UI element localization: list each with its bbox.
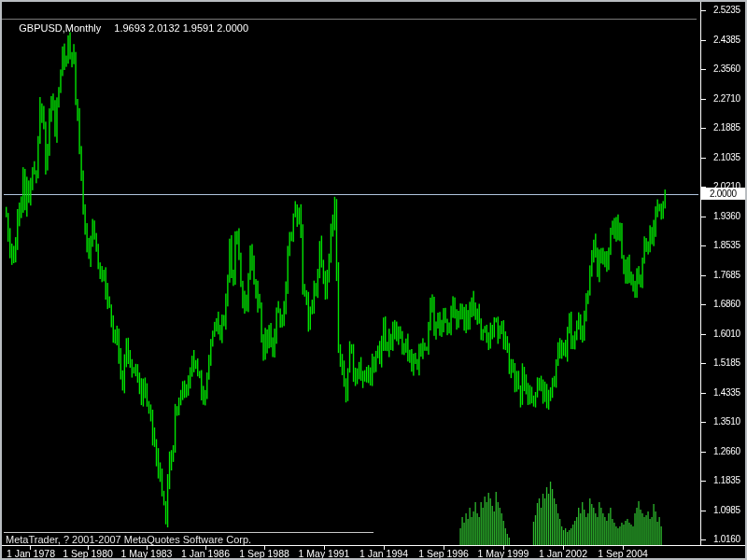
- price-chart-canvas[interactable]: [2, 2, 747, 560]
- time-scale-label: 1 Sep 1980: [63, 549, 113, 559]
- price-scale-label: 1.1835: [713, 476, 747, 485]
- price-scale-tick: [701, 158, 706, 159]
- time-scale-label: 1 Sep 1988: [239, 549, 289, 559]
- price-scale-label: 1.6010: [713, 329, 747, 339]
- price-scale-tick: [701, 304, 706, 305]
- current-price-box: 2.0000: [701, 188, 745, 200]
- price-scale-tick: [701, 99, 706, 100]
- price-scale-tick: [701, 128, 706, 129]
- chart-title-bar: GBPUSD,Monthly1.9693 2.0132 1.9591 2.000…: [2, 2, 697, 20]
- price-scale-label: 1.3510: [713, 417, 747, 427]
- price-scale-label: 1.6860: [713, 300, 747, 309]
- price-scale-tick: [701, 245, 706, 246]
- time-scale-border: [2, 545, 745, 546]
- time-scale-label: 1 Jan 2002: [539, 549, 587, 559]
- symbol-timeframe-label: GBPUSD,Monthly: [19, 22, 101, 34]
- price-scale-tick: [701, 10, 706, 11]
- price-scale-tick: [701, 511, 706, 511]
- price-scale-tick: [701, 452, 706, 453]
- price-scale-border: [700, 2, 701, 545]
- price-scale-tick: [701, 363, 706, 364]
- metatrader-chart-window: GBPUSD,Monthly1.9693 2.0132 1.9591 2.000…: [0, 0, 747, 560]
- ohlc-quote-label: 1.9693 2.0132 1.9591 2.0000: [114, 22, 248, 34]
- time-scale-label: 1 May 1999: [478, 549, 529, 559]
- price-scale-tick: [701, 539, 706, 540]
- price-scale-label: 1.9360: [713, 212, 747, 221]
- price-scale-label: 2.1885: [713, 123, 747, 133]
- copyright-box-border: [4, 532, 374, 533]
- time-scale-label: 1 Sep 1996: [418, 549, 469, 559]
- copyright-label: MetaTrader, ? 2001-2007 MetaQuotes Softw…: [6, 534, 251, 545]
- price-scale-label: 2.3560: [713, 64, 747, 74]
- price-scale-tick: [701, 393, 706, 394]
- price-scale-tick: [701, 334, 706, 335]
- price-scale-label: 2.1035: [713, 153, 747, 162]
- price-scale-label: 2.2710: [713, 94, 747, 104]
- time-scale-label: 1 Sep 2004: [598, 549, 648, 559]
- time-scale-label: 1 Jan 1986: [181, 549, 230, 559]
- price-scale-tick: [701, 217, 706, 217]
- price-scale-label: 1.8535: [713, 241, 747, 250]
- price-scale-tick: [701, 422, 706, 423]
- price-scale-label: 2.5235: [713, 6, 747, 15]
- price-scale-label: 1.4335: [713, 388, 747, 398]
- price-scale-tick: [701, 481, 706, 482]
- time-scale-label: 1 May 1983: [121, 549, 173, 559]
- price-scale-tick: [701, 275, 706, 276]
- time-scale-label: 1 Jan 1978: [7, 549, 55, 559]
- price-scale-label: 2.4385: [713, 35, 747, 45]
- price-scale-label: 1.0985: [713, 506, 747, 515]
- price-scale-label: 1.2660: [713, 447, 747, 456]
- time-scale-label: 1 May 1991: [299, 549, 350, 559]
- time-scale-label: 1 Jan 1994: [359, 549, 408, 559]
- price-scale-label: 1.7685: [713, 271, 747, 280]
- price-scale-tick: [701, 69, 706, 70]
- price-scale-tick: [701, 40, 706, 41]
- price-scale-label: 1.5185: [713, 358, 747, 368]
- price-scale-label: 1.0160: [713, 535, 747, 544]
